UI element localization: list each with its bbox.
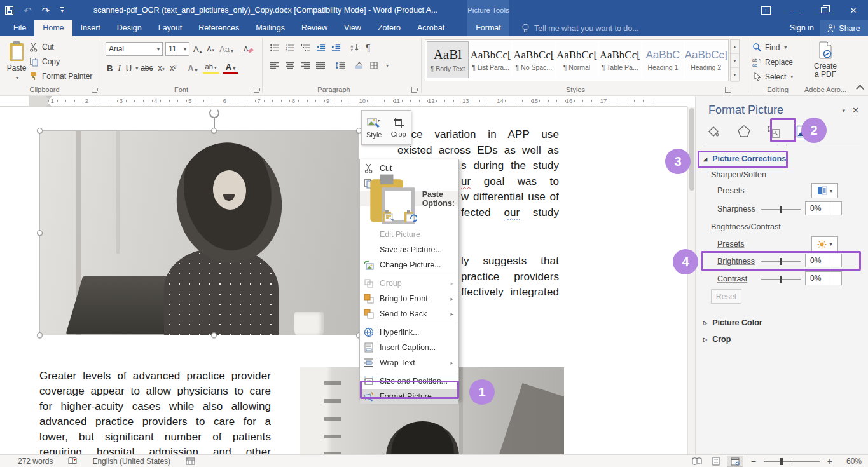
print-layout-view-button[interactable] xyxy=(708,456,724,467)
customize-quick-access-icon[interactable]: ▾ xyxy=(60,7,64,14)
align-center-icon[interactable] xyxy=(286,62,295,69)
section-crop[interactable]: ▷ Crop xyxy=(703,335,731,344)
save-icon[interactable] xyxy=(5,6,13,15)
scrollbar-thumb[interactable] xyxy=(689,108,694,191)
strikethrough-button[interactable]: abc xyxy=(138,62,155,74)
align-left-icon[interactable] xyxy=(270,62,280,69)
font-dialog-launcher[interactable] xyxy=(254,87,259,93)
tab-format[interactable]: Format xyxy=(467,20,509,36)
sharpen-presets-dropdown[interactable]: ▾ xyxy=(811,183,838,198)
show-formatting-marks-button[interactable]: ¶ xyxy=(366,43,371,53)
picture-style-button[interactable]: ▾ Style xyxy=(362,111,387,144)
contrast-spinbox[interactable]: 0% xyxy=(805,271,842,285)
brightness-slider[interactable] xyxy=(761,261,801,262)
macro-recorder-icon[interactable] xyxy=(186,457,195,465)
undo-icon[interactable]: ↶ xyxy=(24,6,32,15)
rotation-handle[interactable] xyxy=(209,108,219,118)
tell-me-box[interactable]: Tell me what you want to do... xyxy=(521,20,639,36)
ribbon-tab[interactable]: File xyxy=(5,20,34,36)
justify-icon[interactable] xyxy=(316,62,326,69)
section-picture-corrections[interactable]: ◢ Picture Corrections xyxy=(703,154,786,163)
resize-handle-bottom-left[interactable] xyxy=(37,332,43,338)
menu-item-group[interactable]: Group ▸ xyxy=(360,276,458,291)
borders-dropdown-icon[interactable]: ▾ xyxy=(386,63,389,69)
menu-item-edit-picture[interactable]: Edit Picture xyxy=(360,227,458,242)
resize-handle-top-center[interactable] xyxy=(211,128,217,133)
style-item[interactable]: AaBbCc[ ¶ Table Pa... xyxy=(599,41,641,78)
style-item[interactable]: AaBl ¶ Body Text xyxy=(427,41,469,78)
menu-item-save-as-picture[interactable]: Save as Picture... xyxy=(360,242,458,257)
zoom-in-button[interactable]: + xyxy=(827,456,832,466)
bullets-icon[interactable] xyxy=(270,44,280,51)
styles-dialog-launcher[interactable] xyxy=(725,87,731,93)
ribbon-tab[interactable]: Layout xyxy=(150,20,191,36)
zoom-slider-thumb[interactable] xyxy=(780,458,783,465)
section-picture-color[interactable]: ▷ Picture Color xyxy=(703,318,762,327)
paste-button[interactable]: Paste ▾ xyxy=(5,39,28,89)
share-button[interactable]: Share xyxy=(820,20,868,36)
ribbon-tab[interactable]: Zotero xyxy=(369,20,409,36)
font-name-combo[interactable]: Arial ▾ xyxy=(106,42,163,56)
zoom-out-button[interactable]: − xyxy=(751,456,756,466)
sort-icon[interactable]: AZ xyxy=(350,44,360,51)
paste-picture-button[interactable] xyxy=(402,208,418,225)
resize-handle-middle-left[interactable] xyxy=(37,230,43,236)
sharpness-slider-thumb[interactable] xyxy=(780,206,782,213)
increase-indent-icon[interactable] xyxy=(331,44,341,51)
brightness-slider-thumb[interactable] xyxy=(780,258,782,265)
selected-picture[interactable] xyxy=(39,130,359,335)
font-size-combo[interactable]: 11 ▾ xyxy=(165,42,189,56)
menu-item-wrap-text[interactable]: Wrap Text ▸ xyxy=(360,355,458,370)
find-button[interactable]: Find ▾ xyxy=(752,41,787,53)
close-button[interactable]: ✕ xyxy=(839,0,868,20)
create-pdf-button[interactable]: Create a PDF xyxy=(811,40,839,87)
sign-in-link[interactable]: Sign in xyxy=(790,20,814,36)
numbering-icon[interactable]: 123 xyxy=(286,44,295,51)
word-count[interactable]: 272 words xyxy=(18,457,53,466)
contrast-slider-thumb[interactable] xyxy=(780,276,782,283)
ribbon-tab[interactable]: Insert xyxy=(72,20,109,36)
italic-button[interactable]: I xyxy=(115,62,123,74)
style-item[interactable]: AaBbCc[ ¶ No Spac... xyxy=(513,41,555,78)
spin-down-icon[interactable] xyxy=(832,261,841,267)
ribbon-tab[interactable]: References xyxy=(190,20,247,36)
spin-down-icon[interactable] xyxy=(832,208,841,215)
spin-up-icon[interactable] xyxy=(832,272,841,278)
ribbon-tab[interactable]: Review xyxy=(293,20,336,36)
brightness-spinbox[interactable]: 0% xyxy=(805,254,842,267)
subscript-button[interactable]: x₂ xyxy=(156,62,168,74)
collapse-ribbon-button[interactable] xyxy=(856,85,864,93)
spin-down-icon[interactable] xyxy=(832,278,841,285)
decrease-indent-icon[interactable] xyxy=(316,44,326,51)
sharpness-spinbox[interactable]: 0% xyxy=(805,201,842,215)
align-right-icon[interactable] xyxy=(301,62,310,69)
cut-button[interactable]: Cut xyxy=(29,41,54,53)
sharpness-slider[interactable] xyxy=(761,209,801,210)
fill-line-tab[interactable] xyxy=(705,123,724,140)
select-button[interactable]: Select ▾ xyxy=(752,71,793,83)
ribbon-display-options-button[interactable]: ↑ xyxy=(751,0,780,20)
resize-handle-bottom-center[interactable] xyxy=(211,332,217,338)
panel-menu-icon[interactable]: ▾ xyxy=(842,107,845,114)
minimize-button[interactable]: — xyxy=(780,0,809,20)
underline-button[interactable]: U xyxy=(123,62,134,74)
contrast-slider[interactable] xyxy=(761,279,801,280)
copy-button[interactable]: Copy xyxy=(29,55,60,68)
menu-item-send-to-back[interactable]: Send to Back ▸ xyxy=(360,306,458,321)
ribbon-tab[interactable]: Home xyxy=(34,20,72,36)
effects-tab[interactable] xyxy=(734,123,754,140)
brightness-presets-dropdown[interactable]: ▾ xyxy=(811,236,838,252)
style-item[interactable]: AaBbCc] Heading 2 xyxy=(685,41,727,78)
redo-icon[interactable]: ↷ xyxy=(42,6,50,15)
shading-icon[interactable] xyxy=(354,62,364,69)
menu-item-format-picture[interactable]: Format Picture... xyxy=(360,389,458,404)
menu-item-bring-to-front[interactable]: Bring to Front ▸ xyxy=(360,291,458,306)
web-layout-view-button[interactable] xyxy=(727,456,743,467)
crop-button[interactable]: Crop xyxy=(387,111,411,144)
line-spacing-icon[interactable] xyxy=(335,62,345,69)
spin-up-icon[interactable] xyxy=(832,254,841,261)
menu-item-hyperlink[interactable]: Hyperlink... xyxy=(360,325,458,340)
language-status[interactable]: English (United States) xyxy=(92,457,170,466)
spin-up-icon[interactable] xyxy=(832,202,841,208)
superscript-button[interactable]: x² xyxy=(167,62,179,74)
